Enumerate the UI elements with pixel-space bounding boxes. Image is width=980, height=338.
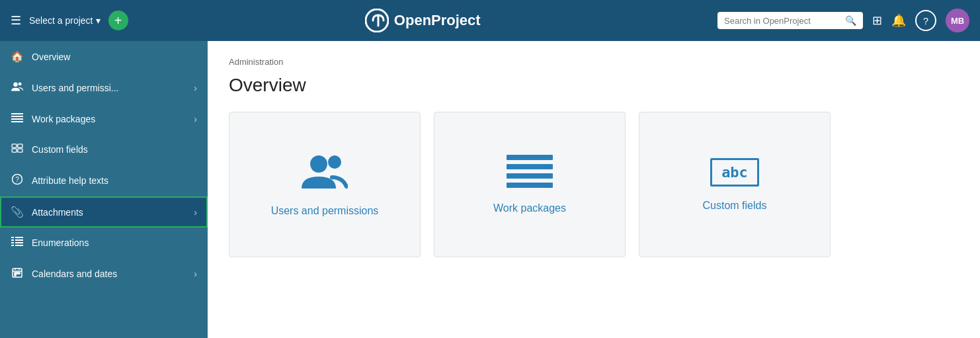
svg-rect-15 bbox=[11, 239, 14, 241]
svg-rect-32 bbox=[507, 155, 553, 160]
svg-rect-27 bbox=[17, 273, 18, 274]
svg-point-0 bbox=[366, 9, 388, 32]
select-project-label: Select a project bbox=[29, 15, 93, 26]
svg-rect-29 bbox=[15, 275, 16, 276]
sidebar-item-label: Overview bbox=[32, 52, 197, 62]
sidebar-item-label: Work packages bbox=[32, 114, 186, 124]
notification-bell-icon[interactable]: 🔔 bbox=[891, 13, 906, 28]
page-title: Overview bbox=[229, 75, 959, 96]
card-label: Work packages bbox=[493, 202, 566, 214]
users-icon bbox=[302, 152, 348, 192]
svg-point-30 bbox=[310, 155, 327, 173]
home-icon: 🏠 bbox=[11, 50, 24, 63]
card-label: Custom fields bbox=[703, 200, 767, 212]
arrow-right-icon: › bbox=[194, 207, 197, 218]
search-icon: 🔍 bbox=[845, 15, 856, 26]
svg-rect-6 bbox=[11, 118, 23, 120]
sidebar: 🏠 Overview Users and permissi... › Work … bbox=[0, 41, 208, 338]
sidebar-item-label: Users and permissi... bbox=[32, 83, 186, 93]
logo-text: OpenProject bbox=[394, 12, 481, 29]
arrow-right-icon: › bbox=[194, 83, 197, 93]
svg-rect-26 bbox=[15, 273, 16, 274]
svg-rect-21 bbox=[15, 245, 23, 246]
svg-rect-35 bbox=[507, 183, 553, 188]
work-packages-card[interactable]: Work packages bbox=[434, 112, 626, 257]
main-layout: 🏠 Overview Users and permissi... › Work … bbox=[0, 41, 980, 338]
cards-grid: Users and permissions Work packages a bbox=[229, 112, 959, 257]
sidebar-item-work-packages[interactable]: Work packages › bbox=[0, 104, 208, 134]
svg-rect-5 bbox=[11, 116, 23, 117]
svg-rect-4 bbox=[11, 113, 23, 114]
breadcrumb: Administration bbox=[229, 57, 959, 67]
enumerations-icon bbox=[11, 237, 24, 249]
grid-icon[interactable]: ⊞ bbox=[872, 13, 882, 28]
arrow-right-icon: › bbox=[194, 114, 197, 124]
topbar-center: OpenProject bbox=[135, 9, 712, 32]
svg-rect-18 bbox=[15, 237, 23, 238]
search-input[interactable] bbox=[724, 16, 841, 26]
topbar-right: 🔍 ⊞ 🔔 ? MB bbox=[717, 9, 969, 32]
card-label: Users and permissions bbox=[271, 205, 379, 217]
paperclip-icon: 📎 bbox=[11, 206, 24, 218]
help-button[interactable]: ? bbox=[915, 10, 936, 31]
logo-area: OpenProject bbox=[365, 9, 481, 32]
svg-rect-34 bbox=[507, 173, 553, 179]
add-project-button[interactable]: + bbox=[108, 11, 128, 30]
svg-rect-33 bbox=[507, 164, 553, 169]
svg-rect-19 bbox=[15, 239, 23, 241]
sidebar-item-label: Attachments bbox=[32, 207, 186, 218]
avatar-initials: MB bbox=[951, 16, 964, 26]
svg-rect-20 bbox=[15, 242, 23, 243]
svg-text:?: ? bbox=[15, 176, 19, 183]
arrow-right-icon: › bbox=[194, 269, 197, 279]
sidebar-item-enumerations[interactable]: Enumerations bbox=[0, 228, 208, 258]
avatar[interactable]: MB bbox=[946, 9, 969, 32]
sidebar-item-attachments[interactable]: 📎 Attachments › bbox=[0, 196, 208, 228]
calendar-icon bbox=[11, 267, 24, 280]
hamburger-icon[interactable]: ☰ bbox=[11, 13, 21, 28]
custom-fields-card[interactable]: abc Custom fields bbox=[639, 112, 831, 257]
select-project-button[interactable]: Select a project ▾ bbox=[29, 15, 101, 26]
svg-rect-17 bbox=[11, 245, 14, 246]
chevron-down-icon: ▾ bbox=[96, 15, 101, 26]
list-icon bbox=[11, 113, 24, 125]
search-bar: 🔍 bbox=[717, 12, 863, 29]
main-content: Administration Overview Users and permis… bbox=[208, 41, 980, 338]
svg-rect-14 bbox=[11, 237, 14, 238]
question-circle-icon: ? bbox=[11, 174, 24, 187]
svg-point-3 bbox=[19, 82, 22, 85]
users-permissions-card[interactable]: Users and permissions bbox=[229, 112, 421, 257]
topbar-left: ☰ Select a project ▾ + bbox=[11, 11, 128, 30]
sidebar-item-label: Enumerations bbox=[32, 237, 197, 248]
svg-point-31 bbox=[328, 155, 341, 169]
sidebar-item-attribute-help-texts[interactable]: ? Attribute help texts bbox=[0, 165, 208, 196]
svg-rect-16 bbox=[11, 242, 14, 243]
topbar: ☰ Select a project ▾ + OpenProject 🔍 ⊞ 🔔… bbox=[0, 0, 980, 41]
svg-rect-9 bbox=[18, 144, 22, 148]
sidebar-item-users-permissions[interactable]: Users and permissi... › bbox=[0, 72, 208, 104]
custom-fields-icon bbox=[11, 144, 24, 155]
svg-rect-11 bbox=[18, 149, 22, 152]
list-lines-icon bbox=[507, 155, 553, 189]
svg-point-2 bbox=[13, 82, 18, 87]
users-icon bbox=[11, 81, 24, 95]
abc-box-icon: abc bbox=[710, 158, 759, 187]
svg-rect-8 bbox=[12, 144, 17, 148]
openproject-logo-icon bbox=[365, 9, 389, 32]
sidebar-item-calendars-dates[interactable]: Calendars and dates › bbox=[0, 258, 208, 290]
svg-rect-7 bbox=[11, 121, 23, 122]
sidebar-item-custom-fields[interactable]: Custom fields bbox=[0, 134, 208, 165]
svg-rect-10 bbox=[12, 149, 17, 152]
sidebar-item-label: Calendars and dates bbox=[32, 269, 186, 279]
svg-rect-28 bbox=[19, 273, 20, 274]
abc-text: abc bbox=[710, 158, 759, 187]
sidebar-item-label: Attribute help texts bbox=[32, 175, 197, 186]
sidebar-item-label: Custom fields bbox=[32, 144, 197, 155]
sidebar-item-overview[interactable]: 🏠 Overview bbox=[0, 41, 208, 72]
